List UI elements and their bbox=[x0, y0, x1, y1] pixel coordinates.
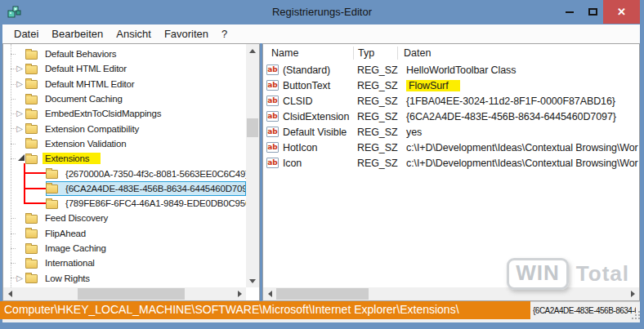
horizontal-scroll-thumb[interactable] bbox=[276, 288, 369, 300]
registry-value-row[interactable]: ab(Standard)REG_SZHelloWorldToolbar Clas… bbox=[263, 62, 639, 78]
scroll-down-icon[interactable] bbox=[246, 274, 259, 287]
tree-item[interactable]: ▷Default HTML Editor bbox=[3, 61, 246, 76]
registry-value-row[interactable]: abClsidExtensionREG_SZ{6CA2A4DE-483E-456… bbox=[263, 109, 639, 124]
folder-icon bbox=[25, 140, 38, 149]
tree-item-body[interactable]: Feed Discovery bbox=[25, 211, 246, 225]
expand-icon[interactable]: ▷ bbox=[14, 109, 25, 118]
tree-item[interactable]: Extensions bbox=[3, 151, 246, 166]
value-data: HelloWorldToolbar Class bbox=[400, 64, 639, 76]
value-name: CLSID bbox=[283, 96, 354, 107]
expand-icon[interactable]: ▷ bbox=[14, 274, 25, 282]
registry-value-row[interactable]: abButtonTextREG_SZFlowSurf bbox=[263, 78, 639, 93]
tree-item-label: FlipAhead bbox=[42, 228, 88, 239]
collapse-icon[interactable] bbox=[14, 154, 25, 162]
value-type: REG_SZ bbox=[354, 127, 400, 138]
watermark-win-logo: WIN bbox=[507, 258, 569, 290]
value-data: yes bbox=[400, 127, 639, 138]
tree-item[interactable]: {6CA2A4DE-483E-456B-8634-6445460D7097} bbox=[3, 181, 246, 196]
close-button[interactable]: ✕ bbox=[603, 0, 640, 24]
string-value-icon: ab bbox=[266, 80, 279, 91]
tree-item-body[interactable]: {6CA2A4DE-483E-456B-8634-6445460D7097} bbox=[46, 181, 246, 196]
tree-item-body[interactable]: Low Rights bbox=[25, 270, 246, 285]
tree-item-label: Default MHTML Editor bbox=[42, 78, 136, 90]
folder-icon bbox=[25, 260, 38, 269]
resize-grip[interactable] bbox=[632, 311, 633, 313]
wintotal-watermark: WIN Total bbox=[507, 258, 629, 290]
value-data: {6CA2A4DE-483E-456B-8634-6445460D7097} bbox=[400, 111, 639, 122]
minimize-button[interactable] bbox=[557, 0, 582, 24]
registry-value-row[interactable]: abIconREG_SZc:\I+D\Development\Ideas\Con… bbox=[263, 155, 639, 171]
menu-item-help[interactable]: ? bbox=[215, 28, 234, 40]
folder-icon bbox=[46, 170, 58, 179]
string-value-icon: ab bbox=[266, 64, 279, 75]
registry-value-row[interactable]: abDefault VisibleREG_SZyes bbox=[263, 124, 639, 140]
tree-item-body[interactable]: FlipAhead bbox=[25, 226, 246, 241]
tree-item-body[interactable]: Default Behaviors bbox=[25, 47, 246, 61]
tree-item-body[interactable]: Document Caching bbox=[25, 91, 246, 106]
tree-item-body[interactable]: Extension Compatibility bbox=[25, 121, 246, 136]
tree-item[interactable]: Image Caching bbox=[3, 241, 246, 256]
registry-value-row[interactable]: abHotIconREG_SZc:\I+D\Development\Ideas\… bbox=[263, 140, 639, 155]
value-data: {1FBA04EE-3024-11d2-8F1F-0000F87ABD16} bbox=[400, 96, 639, 107]
vertical-scroll-thumb[interactable] bbox=[247, 118, 258, 137]
tree-item[interactable]: ▷Low Rights bbox=[3, 270, 246, 285]
tree-item[interactable]: Default Behaviors bbox=[3, 47, 246, 61]
value-type: REG_SZ bbox=[354, 158, 400, 169]
string-value-icon: ab bbox=[266, 127, 279, 137]
tree-vertical-scrollbar[interactable] bbox=[246, 44, 259, 287]
tree-horizontal-scrollbar[interactable] bbox=[3, 287, 246, 300]
tree-item-body[interactable]: Default MHTML Editor bbox=[25, 77, 246, 91]
value-type: REG_SZ bbox=[354, 80, 400, 91]
tree-item-body[interactable]: Image Caching bbox=[25, 241, 246, 256]
tree-item[interactable]: Extension Validation bbox=[3, 136, 246, 151]
column-header-name[interactable]: Name bbox=[263, 47, 354, 60]
tree-item-body[interactable]: {789FE86F-6FC4-46A1-9849-EDE0DB0C95CA bbox=[46, 196, 246, 211]
expand-icon[interactable]: ▷ bbox=[14, 64, 25, 73]
tree-item[interactable]: ▷Default MHTML Editor bbox=[3, 77, 246, 91]
horizontal-scroll-thumb[interactable] bbox=[78, 288, 185, 300]
tree-item-body[interactable]: Extension Validation bbox=[25, 136, 246, 151]
value-name: ButtonText bbox=[283, 80, 354, 91]
tree-item-body[interactable]: {2670000A-7350-4f3c-8081-5663EE0C6C49} bbox=[46, 166, 246, 180]
expand-icon[interactable]: ▷ bbox=[14, 125, 25, 133]
window-title: Registrierungs-Editor bbox=[82, 6, 562, 18]
menu-item-datei[interactable]: Datei bbox=[7, 28, 45, 40]
tree-item-body[interactable]: Extensions bbox=[25, 151, 246, 166]
column-header-typ[interactable]: Typ bbox=[354, 47, 398, 60]
tree-item-label: Default HTML Editor bbox=[42, 63, 129, 74]
menu-item-ansicht[interactable]: Ansicht bbox=[110, 28, 158, 40]
registry-editor-window: Registrierungs-Editor ✕ DateiBearbeitenA… bbox=[0, 0, 644, 329]
maximize-button[interactable] bbox=[582, 0, 603, 24]
tree-item-body[interactable]: Default HTML Editor bbox=[25, 61, 246, 76]
tree-item[interactable]: Feed Discovery bbox=[3, 211, 246, 225]
registry-value-row[interactable]: abCLSIDREG_SZ{1FBA04EE-3024-11d2-8F1F-00… bbox=[263, 93, 639, 109]
tree-item-label: {789FE86F-6FC4-46A1-9849-EDE0DB0C95CA bbox=[63, 198, 246, 209]
scroll-left-icon[interactable] bbox=[3, 287, 16, 300]
scroll-up-icon[interactable] bbox=[246, 44, 259, 57]
tree-item-body[interactable]: International bbox=[25, 256, 246, 270]
menu-item-favoriten[interactable]: Favoriten bbox=[158, 28, 215, 40]
value-name: Icon bbox=[283, 158, 354, 169]
tree-item-label: Feed Discovery bbox=[42, 212, 110, 224]
value-data: c:\I+D\Development\Ideas\Contextual Brow… bbox=[400, 142, 639, 153]
tree-item[interactable]: {789FE86F-6FC4-46A1-9849-EDE0DB0C95CA bbox=[3, 196, 246, 211]
column-header-daten[interactable]: Daten bbox=[398, 47, 639, 60]
string-value-icon: ab bbox=[266, 96, 279, 106]
expand-icon[interactable]: ▷ bbox=[14, 80, 25, 88]
tree-item-body[interactable]: EmbedExtnToClsidMappings bbox=[25, 106, 246, 121]
value-type: REG_SZ bbox=[354, 64, 400, 76]
folder-icon bbox=[25, 51, 38, 60]
tree-item[interactable]: ▷EmbedExtnToClsidMappings bbox=[3, 106, 246, 121]
menu-item-bearbeiten[interactable]: Bearbeiten bbox=[45, 28, 110, 40]
tree-item[interactable]: Document Caching bbox=[3, 91, 246, 106]
maximize-icon bbox=[588, 8, 597, 16]
tree-item[interactable]: ▷Extension Compatibility bbox=[3, 121, 246, 136]
close-icon: ✕ bbox=[617, 6, 626, 18]
tree-item[interactable]: {2670000A-7350-4f3c-8081-5663EE0C6C49} bbox=[3, 166, 246, 180]
scroll-right-icon[interactable] bbox=[233, 287, 246, 300]
folder-icon bbox=[25, 274, 38, 283]
tree-item[interactable]: International bbox=[3, 256, 246, 270]
tree-item[interactable]: FlipAhead bbox=[3, 226, 246, 241]
scroll-left-icon[interactable] bbox=[263, 287, 276, 300]
folder-icon bbox=[46, 185, 58, 193]
